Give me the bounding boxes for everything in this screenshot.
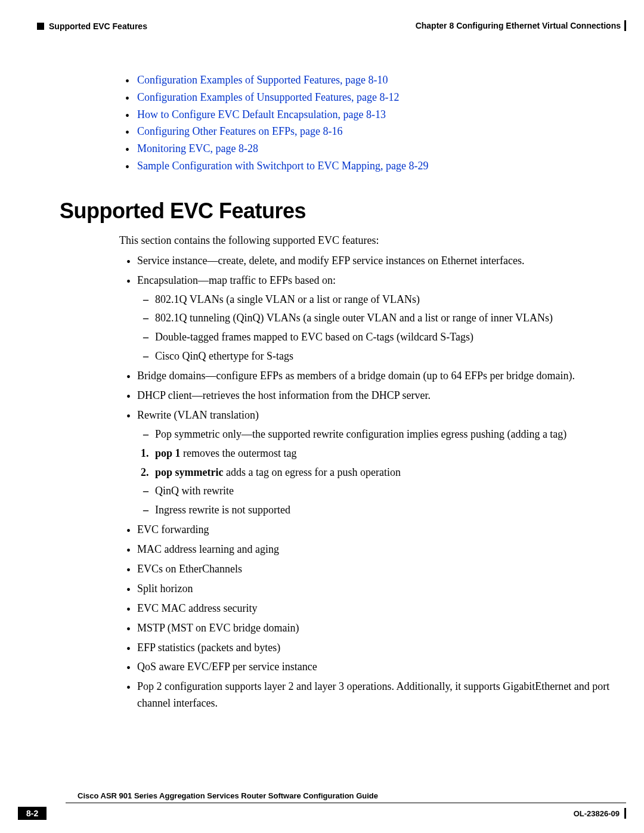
sub-item: Ingress rewrite is not supported: [155, 502, 620, 519]
list-item: Bridge domains—configure EFPs as members…: [137, 368, 620, 385]
list-item: QoS aware EVC/EFP per service instance: [137, 659, 620, 676]
list-item: Service instance—create, delete, and mod…: [137, 253, 620, 270]
sub-list: Pop symmetric only—the supported rewrite…: [137, 426, 620, 443]
sub-list: 802.1Q VLANs (a single VLAN or a list or…: [137, 292, 620, 366]
header-left: Supported EVC Features: [37, 21, 147, 31]
page-content: Configuration Examples of Supported Feat…: [119, 72, 620, 715]
sub-item: Pop symmetric only—the supported rewrite…: [155, 426, 620, 443]
numbered-item: pop symmetric adds a tag on egress for a…: [155, 465, 620, 481]
list-item: EVCs on EtherChannels: [137, 561, 620, 578]
toc-link[interactable]: Configuring Other Features on EFPs, page…: [119, 123, 620, 140]
square-bullet-icon: [37, 23, 44, 30]
feature-list: Service instance—create, delete, and mod…: [119, 253, 620, 712]
rewrite-label: Rewrite (VLAN translation): [137, 409, 259, 421]
sub-item: 802.1Q tunneling (QinQ) VLANs (a single …: [155, 310, 620, 327]
list-item: Pop 2 configuration supports layer 2 and…: [137, 679, 620, 712]
page-footer: Cisco ASR 901 Series Aggregation Service…: [18, 791, 626, 820]
page-number-badge: 8-2: [18, 807, 47, 820]
intro-text: This section contains the following supp…: [119, 234, 620, 247]
header-section-title: Supported EVC Features: [49, 21, 147, 31]
sub-item: 802.1Q VLANs (a single VLAN or a list or…: [155, 292, 620, 308]
toc-link[interactable]: Configuration Examples of Unsupported Fe…: [119, 89, 620, 106]
vertical-bar-icon: [624, 20, 626, 31]
list-item: MAC address learning and aging: [137, 541, 620, 558]
header-chapter: Chapter 8 Configuring Ethernet Virtual C…: [416, 21, 621, 30]
list-item: EFP statistics (packets and bytes): [137, 640, 620, 657]
toc-link[interactable]: Sample Configuration with Switchport to …: [119, 157, 620, 175]
footer-row: 8-2 OL-23826-09: [18, 807, 626, 820]
list-item: EVC forwarding: [137, 522, 620, 538]
sub-item: QinQ with rewrite: [155, 483, 620, 500]
list-item: Rewrite (VLAN translation) Pop symmetric…: [137, 407, 620, 519]
toc-link[interactable]: How to Configure EVC Default Encapsulati…: [119, 106, 620, 123]
header-right: Chapter 8 Configuring Ethernet Virtual C…: [416, 20, 626, 31]
footer-right: OL-23826-09: [574, 808, 626, 819]
toc-link[interactable]: Monitoring EVC, page 8-28: [119, 140, 620, 157]
toc-list: Configuration Examples of Supported Feat…: [119, 72, 620, 175]
page-header: Supported EVC Features Chapter 8 Configu…: [37, 20, 626, 31]
list-item: DHCP client—retrieves the host informati…: [137, 388, 620, 404]
bold-term: pop 1: [155, 447, 181, 459]
vertical-bar-icon: [624, 808, 626, 819]
encapsulation-label: Encapsulation—map traffic to EFPs based …: [137, 274, 336, 286]
term-desc: removes the outermost tag: [181, 447, 297, 459]
sub-item: Cisco QinQ ethertype for S-tags: [155, 348, 620, 365]
list-item: MSTP (MST on EVC bridge domain): [137, 620, 620, 637]
list-item: Split horizon: [137, 581, 620, 597]
bold-term: pop symmetric: [155, 466, 223, 478]
section-heading: Supported EVC Features: [60, 199, 620, 224]
doc-id: OL-23826-09: [574, 809, 620, 818]
numbered-list: pop 1 removes the outermost tag pop symm…: [137, 445, 620, 481]
sub-item: Double-tagged frames mapped to EVC based…: [155, 329, 620, 346]
toc-link[interactable]: Configuration Examples of Supported Feat…: [119, 72, 620, 89]
sub-list: QinQ with rewrite Ingress rewrite is not…: [137, 483, 620, 519]
numbered-item: pop 1 removes the outermost tag: [155, 445, 620, 462]
footer-divider: [66, 803, 626, 803]
footer-guide-title: Cisco ASR 901 Series Aggregation Service…: [78, 791, 626, 800]
list-item: Encapsulation—map traffic to EFPs based …: [137, 272, 620, 365]
list-item: EVC MAC address security: [137, 600, 620, 617]
term-desc: adds a tag on egress for a push operatio…: [223, 466, 400, 478]
